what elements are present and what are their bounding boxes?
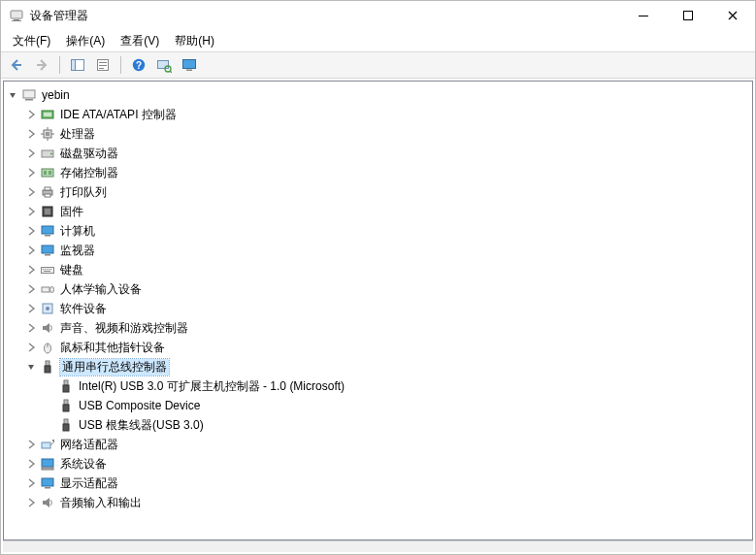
menu-file[interactable]: 文件(F) [5,31,58,51]
menu-help[interactable]: 帮助(H) [167,31,222,51]
svg-rect-41 [42,268,54,274]
nav-forward-icon [34,57,49,73]
chevron-down-icon[interactable] [6,88,19,102]
keyboard-icon [39,262,56,278]
chevron-right-icon[interactable] [24,457,38,471]
tree-category-computer[interactable]: 计算机 [24,221,750,241]
tree-category-usb[interactable]: 通用串行总线控制器 [24,357,750,376]
hid-icon [39,281,56,297]
tree-category-printq-label: 打印队列 [60,184,107,201]
svg-rect-44 [47,269,48,270]
tree-category-display[interactable]: 显示适配器 [24,473,750,493]
svg-rect-39 [42,245,53,253]
tree-category-hid[interactable]: 人体学输入设备 [24,279,750,299]
tree-category-net-label: 网络适配器 [60,437,118,453]
scan-hardware-button[interactable] [152,54,176,76]
maximize-button[interactable] [666,1,710,30]
usb-device-icon [57,398,75,413]
chevron-right-icon[interactable] [24,127,38,141]
svg-rect-63 [52,440,54,441]
menu-action[interactable]: 操作(A) [58,31,113,51]
svg-rect-59 [63,405,69,411]
tree-category-softdev[interactable]: 软件设备 [24,299,750,318]
chevron-right-icon[interactable] [24,224,38,238]
network-adapter-icon [39,437,56,452]
chevron-right-icon[interactable] [24,244,38,257]
svg-point-49 [50,287,54,293]
tree-category-system[interactable]: 系统设备 [24,454,750,473]
svg-rect-64 [42,459,53,467]
properties-icon [95,57,111,73]
status-bar [3,540,753,552]
tree-category-monitor-label: 监视器 [60,243,95,259]
storage-controller-icon [39,165,56,180]
tree-category-mouse[interactable]: 鼠标和其他指针设备 [24,338,750,357]
svg-rect-65 [42,468,53,470]
help-button[interactable]: ? [127,54,150,76]
usb-device-icon [57,417,75,433]
chevron-right-icon[interactable] [24,302,38,315]
chevron-down-icon[interactable] [24,360,38,374]
tree-category-ide[interactable]: IDE ATA/ATAPI 控制器 [24,105,750,124]
chevron-right-icon[interactable] [24,263,38,277]
tree-category-storage-label: 存储控制器 [60,165,118,181]
svg-rect-31 [49,171,51,175]
chevron-right-icon[interactable] [24,496,38,509]
mouse-icon [39,340,56,355]
svg-rect-40 [45,254,50,256]
chevron-right-icon[interactable] [24,166,38,180]
tree-category-system-label: 系统设备 [60,456,107,473]
nav-forward-button[interactable] [30,54,53,76]
svg-rect-9 [99,65,107,66]
monitor-icon [181,57,197,73]
tree-device-usb-2[interactable]: USB 根集线器(USB 3.0) [43,415,750,435]
tree-device-usb-0[interactable]: Intel(R) USB 3.0 可扩展主机控制器 - 1.0 (Microso… [43,376,750,396]
tree-category-disk-label: 磁盘驱动器 [60,146,118,162]
svg-rect-8 [99,62,107,63]
svg-rect-55 [45,366,50,373]
chevron-right-icon[interactable] [24,476,38,490]
chevron-right-icon[interactable] [24,205,38,218]
chevron-right-icon[interactable] [24,185,38,199]
menu-view[interactable]: 查看(V) [113,31,167,51]
tree-category-storage[interactable]: 存储控制器 [24,163,750,182]
tree-category-disk[interactable]: 磁盘驱动器 [24,144,750,163]
ide-controller-icon [39,107,56,122]
nav-back-button[interactable] [5,54,28,76]
chevron-right-icon[interactable] [24,438,38,451]
tree-category-printq[interactable]: 打印队列 [24,182,750,202]
chevron-right-icon[interactable] [24,108,38,121]
tree-category-cpu[interactable]: 处理器 [24,124,750,144]
usb-device-icon [57,378,75,394]
device-tree-pane[interactable]: yebinIDE ATA/ATAPI 控制器处理器磁盘驱动器存储控制器打印队列固… [3,81,753,540]
chevron-right-icon[interactable] [24,282,38,296]
devices-button[interactable] [178,54,201,76]
tree-category-sound[interactable]: 声音、视频和游戏控制器 [24,318,750,338]
svg-rect-60 [64,419,68,424]
show-hide-tree-button[interactable] [66,54,89,76]
chevron-right-icon[interactable] [24,321,38,335]
properties-button[interactable] [91,54,115,76]
tree-category-monitor[interactable]: 监视器 [24,241,750,260]
svg-rect-18 [25,99,33,101]
svg-rect-43 [45,269,46,270]
display-adapter-icon [39,475,56,491]
svg-rect-3 [639,16,648,16]
tree-category-audioio[interactable]: 音频输入和输出 [24,493,750,512]
system-device-icon [39,456,56,472]
tree-category-keyboard-label: 键盘 [60,262,83,278]
tree-category-mouse-label: 鼠标和其他指针设备 [60,340,165,356]
svg-rect-58 [64,400,68,405]
software-device-icon [39,301,56,316]
tree-category-keyboard[interactable]: 键盘 [24,260,750,279]
tree-category-softdev-label: 软件设备 [60,301,107,317]
tree-device-usb-1[interactable]: USB Composite Device [43,396,750,415]
close-button[interactable] [710,1,755,30]
tree-category-net[interactable]: 网络适配器 [24,435,750,454]
tree-root-node[interactable]: yebin [6,85,750,105]
chevron-right-icon[interactable] [24,341,38,354]
chevron-right-icon[interactable] [24,147,38,160]
nav-back-icon [9,57,24,73]
tree-category-firmware[interactable]: 固件 [24,202,750,221]
minimize-button[interactable] [621,1,666,30]
